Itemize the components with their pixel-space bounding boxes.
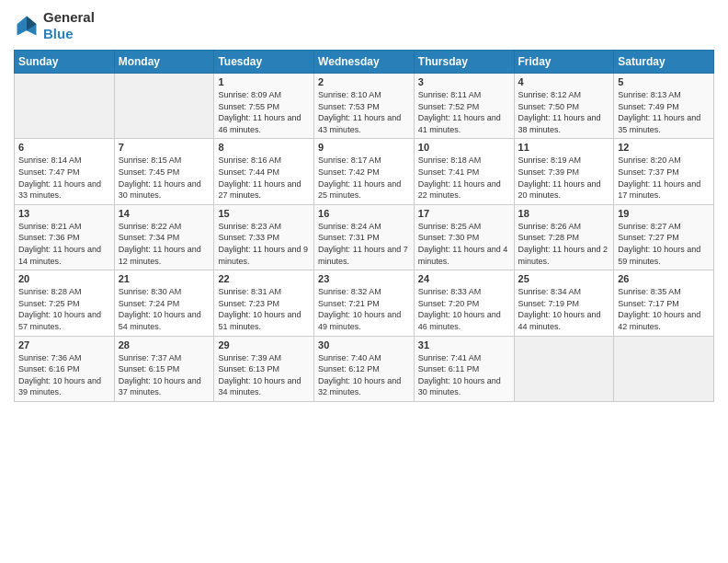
- day-cell: 21Sunrise: 8:30 AM Sunset: 7:24 PM Dayli…: [114, 270, 214, 336]
- day-info: Sunrise: 8:31 AM Sunset: 7:23 PM Dayligh…: [218, 286, 310, 332]
- day-number: 28: [119, 339, 210, 350]
- day-cell: 10Sunrise: 8:18 AM Sunset: 7:41 PM Dayli…: [414, 139, 514, 204]
- day-number: 16: [318, 208, 410, 219]
- day-cell: [15, 74, 115, 139]
- logo: General Blue: [14, 9, 95, 42]
- day-number: 3: [418, 76, 510, 87]
- day-cell: 14Sunrise: 8:22 AM Sunset: 7:34 PM Dayli…: [114, 204, 214, 270]
- day-cell: 8Sunrise: 8:16 AM Sunset: 7:44 PM Daylig…: [214, 139, 314, 204]
- col-header-sunday: Sunday: [15, 51, 115, 74]
- day-info: Sunrise: 7:37 AM Sunset: 6:15 PM Dayligh…: [119, 352, 210, 398]
- day-info: Sunrise: 8:17 AM Sunset: 7:42 PM Dayligh…: [318, 155, 410, 201]
- day-number: 1: [218, 76, 310, 87]
- day-number: 4: [518, 76, 610, 87]
- day-number: 31: [418, 339, 510, 350]
- day-cell: 13Sunrise: 8:21 AM Sunset: 7:36 PM Dayli…: [15, 204, 115, 270]
- day-cell: 7Sunrise: 8:15 AM Sunset: 7:45 PM Daylig…: [114, 139, 214, 204]
- day-info: Sunrise: 8:16 AM Sunset: 7:44 PM Dayligh…: [218, 155, 310, 201]
- day-info: Sunrise: 8:11 AM Sunset: 7:52 PM Dayligh…: [418, 89, 510, 135]
- day-cell: 26Sunrise: 8:35 AM Sunset: 7:17 PM Dayli…: [614, 270, 714, 336]
- day-info: Sunrise: 8:14 AM Sunset: 7:47 PM Dayligh…: [18, 155, 110, 201]
- day-number: 6: [18, 142, 110, 153]
- day-info: Sunrise: 8:33 AM Sunset: 7:20 PM Dayligh…: [418, 286, 510, 332]
- day-cell: 24Sunrise: 8:33 AM Sunset: 7:20 PM Dayli…: [414, 270, 514, 336]
- day-cell: 15Sunrise: 8:23 AM Sunset: 7:33 PM Dayli…: [214, 204, 314, 270]
- day-cell: 20Sunrise: 8:28 AM Sunset: 7:25 PM Dayli…: [15, 270, 115, 336]
- day-info: Sunrise: 8:24 AM Sunset: 7:31 PM Dayligh…: [318, 221, 410, 267]
- day-number: 26: [618, 273, 710, 284]
- day-cell: 16Sunrise: 8:24 AM Sunset: 7:31 PM Dayli…: [314, 204, 415, 270]
- calendar-table: SundayMondayTuesdayWednesdayThursdayFrid…: [14, 50, 714, 402]
- header-row: SundayMondayTuesdayWednesdayThursdayFrid…: [15, 51, 714, 74]
- day-info: Sunrise: 8:10 AM Sunset: 7:53 PM Dayligh…: [318, 89, 410, 135]
- day-number: 11: [518, 142, 610, 153]
- day-info: Sunrise: 7:39 AM Sunset: 6:13 PM Dayligh…: [218, 352, 310, 398]
- day-cell: 6Sunrise: 8:14 AM Sunset: 7:47 PM Daylig…: [15, 139, 115, 204]
- col-header-wednesday: Wednesday: [314, 51, 415, 74]
- day-number: 17: [418, 208, 510, 219]
- day-info: Sunrise: 8:21 AM Sunset: 7:36 PM Dayligh…: [18, 221, 110, 267]
- day-cell: 31Sunrise: 7:41 AM Sunset: 6:11 PM Dayli…: [414, 336, 514, 401]
- day-number: 20: [18, 273, 110, 284]
- day-info: Sunrise: 8:23 AM Sunset: 7:33 PM Dayligh…: [218, 221, 310, 267]
- day-info: Sunrise: 8:30 AM Sunset: 7:24 PM Dayligh…: [119, 286, 210, 332]
- day-cell: [114, 74, 214, 139]
- day-number: 15: [218, 208, 310, 219]
- day-cell: 12Sunrise: 8:20 AM Sunset: 7:37 PM Dayli…: [614, 139, 714, 204]
- day-number: 18: [518, 208, 610, 219]
- day-cell: 18Sunrise: 8:26 AM Sunset: 7:28 PM Dayli…: [514, 204, 614, 270]
- day-info: Sunrise: 8:22 AM Sunset: 7:34 PM Dayligh…: [119, 221, 210, 267]
- week-row-1: 1Sunrise: 8:09 AM Sunset: 7:55 PM Daylig…: [15, 74, 714, 139]
- day-cell: 22Sunrise: 8:31 AM Sunset: 7:23 PM Dayli…: [214, 270, 314, 336]
- week-row-3: 13Sunrise: 8:21 AM Sunset: 7:36 PM Dayli…: [15, 204, 714, 270]
- day-cell: 4Sunrise: 8:12 AM Sunset: 7:50 PM Daylig…: [514, 74, 614, 139]
- day-cell: 9Sunrise: 8:17 AM Sunset: 7:42 PM Daylig…: [314, 139, 415, 204]
- day-number: 25: [518, 273, 610, 284]
- day-info: Sunrise: 8:13 AM Sunset: 7:49 PM Dayligh…: [618, 89, 710, 135]
- day-info: Sunrise: 8:20 AM Sunset: 7:37 PM Dayligh…: [618, 155, 710, 201]
- day-cell: [614, 336, 714, 401]
- day-number: 7: [119, 142, 210, 153]
- day-info: Sunrise: 8:26 AM Sunset: 7:28 PM Dayligh…: [518, 221, 610, 267]
- header: General Blue: [14, 9, 714, 42]
- day-number: 30: [318, 339, 410, 350]
- day-cell: 25Sunrise: 8:34 AM Sunset: 7:19 PM Dayli…: [514, 270, 614, 336]
- week-row-2: 6Sunrise: 8:14 AM Sunset: 7:47 PM Daylig…: [15, 139, 714, 204]
- col-header-friday: Friday: [514, 51, 614, 74]
- day-cell: 11Sunrise: 8:19 AM Sunset: 7:39 PM Dayli…: [514, 139, 614, 204]
- day-number: 23: [318, 273, 410, 284]
- day-number: 13: [18, 208, 110, 219]
- day-number: 14: [119, 208, 210, 219]
- page: General Blue SundayMondayTuesdayWednesda…: [0, 0, 728, 563]
- logo-text: General Blue: [43, 9, 95, 42]
- day-number: 24: [418, 273, 510, 284]
- day-number: 2: [318, 76, 410, 87]
- day-info: Sunrise: 8:32 AM Sunset: 7:21 PM Dayligh…: [318, 286, 410, 332]
- day-info: Sunrise: 8:09 AM Sunset: 7:55 PM Dayligh…: [218, 89, 310, 135]
- day-info: Sunrise: 7:41 AM Sunset: 6:11 PM Dayligh…: [418, 352, 510, 398]
- day-cell: 30Sunrise: 7:40 AM Sunset: 6:12 PM Dayli…: [314, 336, 415, 401]
- day-cell: 2Sunrise: 8:10 AM Sunset: 7:53 PM Daylig…: [314, 74, 415, 139]
- day-info: Sunrise: 8:15 AM Sunset: 7:45 PM Dayligh…: [119, 155, 210, 201]
- day-info: Sunrise: 8:27 AM Sunset: 7:27 PM Dayligh…: [618, 221, 710, 267]
- col-header-tuesday: Tuesday: [214, 51, 314, 74]
- day-cell: 1Sunrise: 8:09 AM Sunset: 7:55 PM Daylig…: [214, 74, 314, 139]
- day-info: Sunrise: 8:34 AM Sunset: 7:19 PM Dayligh…: [518, 286, 610, 332]
- day-info: Sunrise: 8:12 AM Sunset: 7:50 PM Dayligh…: [518, 89, 610, 135]
- day-info: Sunrise: 8:35 AM Sunset: 7:17 PM Dayligh…: [618, 286, 710, 332]
- day-number: 21: [119, 273, 210, 284]
- day-number: 12: [618, 142, 710, 153]
- day-number: 9: [318, 142, 410, 153]
- day-number: 19: [618, 208, 710, 219]
- day-number: 8: [218, 142, 310, 153]
- week-row-4: 20Sunrise: 8:28 AM Sunset: 7:25 PM Dayli…: [15, 270, 714, 336]
- day-cell: 19Sunrise: 8:27 AM Sunset: 7:27 PM Dayli…: [614, 204, 714, 270]
- col-header-thursday: Thursday: [414, 51, 514, 74]
- day-cell: 27Sunrise: 7:36 AM Sunset: 6:16 PM Dayli…: [15, 336, 115, 401]
- col-header-saturday: Saturday: [614, 51, 714, 74]
- day-number: 22: [218, 273, 310, 284]
- day-cell: 3Sunrise: 8:11 AM Sunset: 7:52 PM Daylig…: [414, 74, 514, 139]
- day-info: Sunrise: 7:40 AM Sunset: 6:12 PM Dayligh…: [318, 352, 410, 398]
- day-number: 27: [18, 339, 110, 350]
- logo-icon: [14, 13, 40, 39]
